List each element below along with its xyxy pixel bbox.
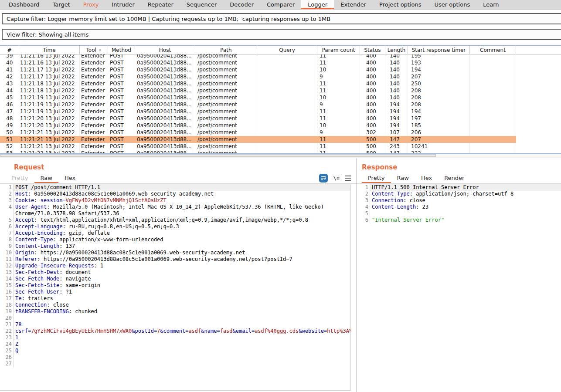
table-row[interactable]: 4811:21:20 13 Jul 2022ExtenderPOST0a9500… — [0, 115, 516, 122]
response-tab-raw[interactable]: Raw — [391, 173, 415, 183]
response-title: Response — [362, 163, 397, 171]
cell-time: 11:21:16 13 Jul 2022 — [19, 59, 80, 66]
menu-item-dashboard[interactable]: Dashboard — [2, 0, 46, 9]
table-row[interactable]: 4411:21:18 13 Jul 2022ExtenderPOST0a9500… — [0, 87, 516, 94]
column-header-param-count[interactable]: Param count — [317, 46, 360, 54]
response-tab-render[interactable]: Render — [438, 173, 470, 183]
request-code-line: 27 — [0, 361, 350, 367]
column-header-query[interactable]: Query — [257, 46, 317, 54]
cell-query — [257, 94, 317, 101]
column-header-num[interactable]: # — [0, 46, 19, 54]
menu-item-comparer[interactable]: Comparer — [260, 0, 301, 9]
cell-length: 140 — [385, 73, 408, 80]
menu-item-decoder[interactable]: Decoder — [223, 0, 260, 9]
column-label: Comment — [480, 47, 506, 53]
cell-tool: Extender — [80, 136, 108, 143]
response-editor[interactable]: 1HTTP/1.1 500 Internal Server Error2Cont… — [357, 184, 561, 392]
line-content: Content-Type: application/json; charset=… — [370, 191, 561, 197]
table-row[interactable]: 5011:21:21 13 Jul 2022ExtenderPOST0a9500… — [0, 129, 516, 136]
view-filter-bar[interactable]: View filter: Showing all items — [2, 29, 561, 40]
table-row[interactable]: 3911:21:16 13 Jul 2022ExtenderPOST0a9500… — [0, 54, 516, 59]
column-header-status[interactable]: Status — [360, 46, 385, 54]
line-content — [13, 361, 350, 367]
newline-toggle[interactable]: \n — [333, 175, 340, 181]
column-header-method[interactable]: Method — [108, 46, 135, 54]
table-row[interactable]: 4211:21:17 13 Jul 2022ExtenderPOST0a9500… — [0, 73, 516, 80]
capture-filter-bar[interactable]: Capture filter: Logger memory limit set … — [2, 13, 561, 24]
cell-path: /post/comment — [195, 143, 257, 150]
cell-path: /post/comment — [195, 101, 257, 108]
menu-item-logger[interactable]: Logger — [301, 0, 334, 9]
menu-item-project-options[interactable]: Project options — [373, 0, 428, 9]
cell-length: 147 — [385, 136, 408, 143]
table-row[interactable]: 5311:21:22 13 Jul 2022ExtenderPOST0a9500… — [0, 150, 516, 153]
h-scrollbar-thumb[interactable] — [0, 154, 436, 157]
table-row[interactable]: 4711:21:19 13 Jul 2022ExtenderPOST0a9500… — [0, 108, 516, 115]
table-row[interactable]: 4911:21:20 13 Jul 2022ExtenderPOST0a9500… — [0, 122, 516, 129]
table-row[interactable]: 5111:21:21 13 Jul 2022ExtenderPOST0a9500… — [0, 136, 516, 143]
menu-item-intruder[interactable]: Intruder — [105, 0, 141, 9]
cell-host: 0a9500020413d88... — [135, 87, 195, 94]
cell-num: 44 — [0, 87, 19, 94]
line-content: "Internal Server Error" — [370, 217, 561, 223]
cell-start-response-timer: 185 — [408, 122, 470, 129]
table-row[interactable]: 4511:21:19 13 Jul 2022ExtenderPOST0a9500… — [0, 94, 516, 101]
column-header-path[interactable]: Path — [195, 46, 257, 54]
response-tab-hex[interactable]: Hex — [415, 173, 438, 183]
request-code-line: 10Origin: https://0a9500020413d88ac08c5c… — [0, 250, 350, 256]
request-tab-raw[interactable]: Raw — [34, 173, 58, 183]
column-header-start-response-timer[interactable]: Start response timer — [408, 46, 470, 54]
request-code-line: 7Accept-Encoding: gzip, deflate — [0, 230, 350, 237]
cell-start-response-timer: 207 — [408, 136, 470, 143]
menu-item-learn[interactable]: Learn — [476, 0, 505, 9]
menu-item-target[interactable]: Target — [46, 0, 77, 9]
response-code-line: 4Content-Length: 23 — [357, 204, 561, 210]
cell-length: 140 — [385, 94, 408, 101]
response-tab-pretty[interactable]: Pretty — [362, 173, 391, 183]
column-header-time[interactable]: Time — [19, 46, 80, 54]
line-content: User-Agent: Mozilla/5.0 (Macintosh; Inte… — [13, 204, 350, 217]
request-tab-hex[interactable]: Hex — [58, 173, 82, 183]
table-row[interactable]: 4111:21:17 13 Jul 2022ExtenderPOST0a9500… — [0, 66, 516, 73]
cell-param-count: 11 — [317, 54, 360, 59]
table-row[interactable]: 5211:21:21 13 Jul 2022ExtenderPOST0a9500… — [0, 143, 516, 150]
table-row[interactable]: 4611:21:19 13 Jul 2022ExtenderPOST0a9500… — [0, 101, 516, 108]
cell-method: POST — [108, 59, 135, 66]
request-code-line: 20 — [0, 315, 350, 321]
table-row[interactable]: 4311:21:18 13 Jul 2022ExtenderPOST0a9500… — [0, 80, 516, 87]
cell-param-count: 11 — [317, 115, 360, 122]
cell-tool: Extender — [80, 143, 108, 150]
menu-item-user-options[interactable]: User options — [428, 0, 477, 9]
cell-query — [257, 136, 317, 143]
column-header-tool[interactable]: Tool∧ — [80, 46, 108, 54]
line-number: 6 — [0, 223, 13, 230]
menu-item-extender[interactable]: Extender — [334, 0, 373, 9]
cell-param-count: 11 — [317, 143, 360, 150]
cell-param-count: 11 — [317, 87, 360, 94]
line-content: Te: trailers — [13, 295, 350, 302]
cell-num: 39 — [0, 54, 19, 59]
cell-host: 0a9500020413d88... — [135, 115, 195, 122]
column-label: Host — [159, 47, 171, 53]
cell-length: 194 — [385, 122, 408, 129]
request-tab-pretty[interactable]: Pretty — [5, 173, 34, 183]
column-header-comment[interactable]: Comment — [470, 46, 516, 54]
menu-item-sequencer[interactable]: Sequencer — [180, 0, 223, 9]
menu-item-proxy[interactable]: Proxy — [77, 0, 105, 9]
column-header-host[interactable]: Host — [135, 46, 195, 54]
prettify-icon[interactable] — [319, 174, 328, 182]
line-number: 4 — [0, 204, 13, 217]
cell-comment — [470, 87, 516, 94]
table-row[interactable]: 4011:21:16 13 Jul 2022ExtenderPOST0a9500… — [0, 59, 516, 66]
request-editor[interactable]: 1POST /post/comment HTTP/1.12Host: 0a950… — [0, 184, 351, 391]
menu-item-repeater[interactable]: Repeater — [141, 0, 180, 9]
cell-tool: Extender — [80, 94, 108, 101]
editor-menu-icon[interactable] — [345, 176, 351, 181]
line-content: Sec-Fetch-Dest: document — [13, 269, 350, 276]
line-number: 24 — [0, 341, 13, 348]
request-code-line: 12Upgrade-Insecure-Requests: 1 — [0, 263, 350, 269]
line-number: 3 — [0, 197, 13, 204]
response-tabs: PrettyRawHexRender — [362, 173, 470, 183]
cell-start-response-timer: 207 — [408, 73, 470, 80]
column-header-length[interactable]: Length — [385, 46, 408, 54]
